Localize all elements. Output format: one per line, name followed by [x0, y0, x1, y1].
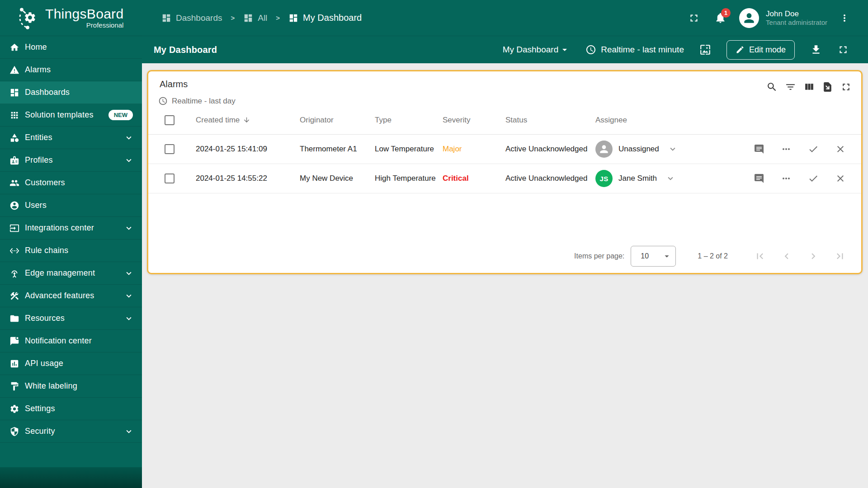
cell-status: Active Unacknowledged	[505, 145, 595, 154]
sidebar-item-api-usage[interactable]: API usage	[0, 352, 142, 375]
row-checkbox[interactable]	[165, 174, 175, 183]
breadcrumb-my-dashboard[interactable]: My Dashboard	[288, 13, 362, 23]
fullscreen-icon[interactable]	[837, 44, 849, 56]
cell-severity: Critical	[443, 174, 505, 183]
clear-close-icon[interactable]	[835, 144, 846, 155]
person-icon	[598, 143, 610, 155]
fullscreen-icon[interactable]	[840, 81, 852, 106]
sidebar-item-profiles[interactable]: Profiles	[0, 149, 142, 172]
items-per-page-label: Items per page:	[574, 252, 624, 260]
sidebar-item-notification-center[interactable]: Notification center	[0, 330, 142, 352]
page-size-select[interactable]: 10	[631, 246, 676, 267]
chat-unread-icon	[9, 336, 19, 346]
sidebar-item-home[interactable]: Home	[0, 36, 142, 59]
sidebar-item-advanced-features[interactable]: Advanced features	[0, 285, 142, 307]
user-info[interactable]: John Doe Tenant administrator	[766, 9, 827, 27]
edit-mode-button[interactable]: Edit mode	[726, 40, 795, 60]
app-logo[interactable]: ThingsBoard Professional	[0, 0, 142, 36]
sidebar-item-dashboards[interactable]: Dashboards	[0, 81, 142, 104]
people-icon	[9, 178, 19, 188]
more-vert-icon[interactable]	[839, 13, 850, 23]
comment-icon[interactable]	[754, 144, 764, 155]
dashboard-image-icon[interactable]	[699, 44, 711, 56]
chevron-down-icon	[124, 223, 134, 233]
sidebar-spacer	[0, 443, 142, 467]
sidebar-item-customers[interactable]: Customers	[0, 172, 142, 194]
comment-icon[interactable]	[754, 173, 764, 184]
search-icon[interactable]	[766, 81, 778, 106]
sidebar-item-alarms[interactable]: Alarms	[0, 59, 142, 81]
more-horiz-icon[interactable]	[781, 144, 792, 155]
last-page-icon[interactable]	[834, 250, 846, 262]
sidebar-bottom-fade	[0, 467, 142, 488]
sidebar-item-users[interactable]: Users	[0, 194, 142, 217]
previous-page-icon[interactable]	[781, 250, 793, 262]
column-header-type[interactable]: Type	[375, 116, 443, 125]
paint-icon	[9, 381, 19, 391]
sidebar-item-entities[interactable]: Entities	[0, 127, 142, 149]
acknowledge-check-icon[interactable]	[808, 173, 819, 184]
paginator-buttons	[754, 250, 846, 262]
unassigned-avatar	[595, 141, 613, 158]
sidebar-item-white-labeling[interactable]: White labeling	[0, 375, 142, 398]
sort-arrow-down-icon	[243, 116, 250, 124]
column-header-status[interactable]: Status	[505, 116, 595, 125]
chevron-down-icon	[124, 133, 134, 143]
widget-timewindow[interactable]: Realtime - last day	[158, 96, 236, 106]
assignee-name: Jane Smith	[618, 174, 657, 183]
sidebar-item-integrations-center[interactable]: Integrations center	[0, 217, 142, 239]
arrow-drop-down-icon	[662, 251, 672, 261]
filter-icon[interactable]	[785, 81, 796, 106]
user-avatar[interactable]	[739, 8, 759, 28]
notifications-button[interactable]: 1	[714, 12, 726, 24]
breadcrumb: Dashboards > All > My Dashboard	[161, 13, 362, 23]
breadcrumb-all[interactable]: All	[243, 13, 267, 23]
sidebar-item-resources[interactable]: Resources	[0, 307, 142, 330]
app-name: ThingsBoard	[45, 7, 123, 21]
dashboard-icon	[288, 13, 298, 23]
alarm-row-1[interactable]: 2024-01-25 15:41:09 Thermometer A1 Low T…	[148, 135, 861, 164]
assignee-initials-avatar: JS	[595, 170, 613, 187]
row-checkbox[interactable]	[165, 144, 175, 154]
row-actions	[734, 173, 861, 184]
paginator: Items per page: 10 1 – 2 of 2	[148, 244, 861, 273]
sidebar-item-rule-chains[interactable]: Rule chains	[0, 239, 142, 262]
integration-icon	[9, 223, 19, 233]
acknowledge-check-icon[interactable]	[808, 144, 819, 155]
column-header-originator[interactable]: Originator	[300, 116, 375, 125]
alarm-row-2[interactable]: 2024-01-25 14:55:22 My New Device High T…	[148, 164, 861, 193]
sidebar: ThingsBoard Professional Home Alarms Das…	[0, 0, 142, 488]
columns-icon[interactable]	[803, 81, 815, 106]
download-icon[interactable]	[810, 44, 822, 56]
badge-icon	[9, 155, 19, 165]
assignee-dropdown-icon[interactable]	[668, 144, 678, 154]
column-header-severity[interactable]: Severity	[443, 116, 505, 125]
antenna-icon	[9, 268, 19, 278]
first-page-icon[interactable]	[754, 250, 766, 262]
assignee-dropdown-icon[interactable]	[665, 174, 675, 183]
fullscreen-icon[interactable]	[688, 12, 700, 24]
row-actions	[734, 144, 861, 155]
chevron-down-icon	[124, 155, 134, 165]
main-area: Dashboards > All > My Dashboard 1	[142, 0, 868, 488]
clear-close-icon[interactable]	[835, 173, 846, 184]
sidebar-item-settings[interactable]: Settings	[0, 398, 142, 420]
breadcrumb-dashboards[interactable]: Dashboards	[161, 13, 222, 23]
sidebar-item-solution-templates[interactable]: Solution templates NEW	[0, 104, 142, 127]
column-header-assignee[interactable]: Assignee	[595, 116, 734, 125]
alarms-widget-header: Alarms Realtime - last day	[148, 71, 861, 106]
next-page-icon[interactable]	[807, 250, 819, 262]
column-header-created-time[interactable]: Created time	[196, 116, 300, 125]
clock-icon	[158, 96, 168, 106]
more-horiz-icon[interactable]	[781, 173, 792, 184]
pencil-icon	[736, 45, 745, 54]
export-icon[interactable]	[822, 81, 833, 106]
dashboard-state-selector[interactable]: My Dashboard	[503, 44, 571, 55]
select-all-checkbox[interactable]	[165, 115, 175, 125]
table-empty-space	[148, 193, 861, 244]
sidebar-item-edge-management[interactable]: Edge management	[0, 262, 142, 285]
sidebar-item-security[interactable]: Security	[0, 420, 142, 443]
clock-icon	[585, 44, 596, 55]
widget-actions	[766, 81, 852, 106]
timewindow-button[interactable]: Realtime - last minute	[585, 44, 684, 55]
